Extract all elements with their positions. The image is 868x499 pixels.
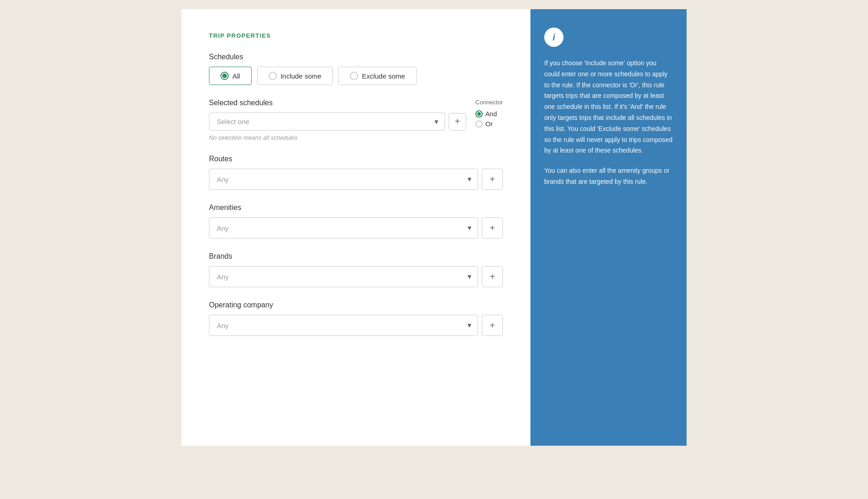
connector-option-or[interactable]: Or (475, 120, 503, 128)
add-operating-company-icon: + (490, 320, 495, 331)
schedule-option-all[interactable]: All (209, 67, 252, 85)
amenities-dropdown-wrapper: Any ▼ (209, 217, 478, 238)
selected-schedules-group: Selected schedules Select one ▼ + No sel… (209, 99, 503, 141)
info-icon: i (552, 32, 555, 43)
add-schedule-icon: + (455, 116, 460, 127)
amenities-select[interactable]: Any (209, 217, 478, 238)
connector-label: Connector (475, 99, 503, 106)
connector-or-label: Or (485, 120, 493, 128)
connector-radio-and (475, 110, 483, 118)
connector-radio-or (475, 120, 483, 128)
connector-group: Connector And Or (475, 99, 503, 128)
operating-company-label: Operating company (209, 301, 503, 309)
routes-select[interactable]: Any (209, 169, 478, 190)
amenities-label: Amenities (209, 204, 503, 212)
schedule-radio-exclude-some (350, 72, 358, 80)
routes-field-group: Routes Any ▼ + (209, 155, 503, 190)
connector-and-label: And (485, 110, 497, 118)
schedule-radio-all (220, 72, 229, 80)
schedule-option-include-some[interactable]: Include some (257, 67, 333, 85)
amenities-dropdown-row: Any ▼ + (209, 217, 503, 238)
selected-schedules-select[interactable]: Select one (209, 113, 445, 130)
brands-dropdown-row: Any ▼ + (209, 266, 503, 287)
info-text: If you choose 'Include some' option you … (544, 58, 673, 187)
section-title: TRIP PROPERTIES (209, 32, 503, 39)
selected-schedules-label: Selected schedules (209, 99, 466, 107)
routes-dropdown-row: Any ▼ + (209, 169, 503, 190)
add-amenity-icon: + (490, 223, 495, 233)
add-route-icon: + (490, 174, 495, 185)
info-paragraph-2: You can also enter all the amenity group… (544, 165, 673, 187)
main-panel: TRIP PROPERTIES Schedules All Include so… (181, 9, 530, 446)
info-panel: i If you choose 'Include some' option yo… (530, 9, 687, 446)
selected-schedules-select-row: Select one ▼ + (209, 113, 466, 130)
schedules-field-group: Schedules All Include some Exclude some (209, 53, 503, 85)
schedules-left: Selected schedules Select one ▼ + No sel… (209, 99, 466, 141)
schedules-connector-section: Selected schedules Select one ▼ + No sel… (209, 99, 503, 141)
operating-company-dropdown-row: Any ▼ + (209, 315, 503, 336)
info-paragraph-1: If you choose 'Include some' option you … (544, 58, 673, 156)
add-brand-icon: + (490, 272, 495, 282)
selected-schedules-dropdown-wrapper: Select one ▼ (209, 113, 445, 130)
brands-field-group: Brands Any ▼ + (209, 252, 503, 287)
add-operating-company-button[interactable]: + (482, 315, 503, 336)
connector-option-and[interactable]: And (475, 110, 503, 118)
operating-company-field-group: Operating company Any ▼ + (209, 301, 503, 336)
add-schedule-button[interactable]: + (449, 113, 466, 130)
schedule-exclude-some-label: Exclude some (362, 72, 405, 80)
add-brand-button[interactable]: + (482, 266, 503, 287)
routes-dropdown-wrapper: Any ▼ (209, 169, 478, 190)
schedules-radio-group: All Include some Exclude some (209, 67, 503, 85)
brands-select[interactable]: Any (209, 266, 478, 287)
page-container: TRIP PROPERTIES Schedules All Include so… (181, 9, 687, 446)
schedule-option-exclude-some[interactable]: Exclude some (338, 67, 417, 85)
schedules-label: Schedules (209, 53, 503, 61)
brands-label: Brands (209, 252, 503, 261)
schedules-helper-text: No selection means all schedules (209, 134, 466, 141)
schedule-radio-include-some (269, 72, 277, 80)
schedule-include-some-label: Include some (281, 72, 321, 80)
add-route-button[interactable]: + (482, 169, 503, 190)
operating-company-select[interactable]: Any (209, 315, 478, 336)
schedule-all-label: All (232, 72, 240, 80)
brands-dropdown-wrapper: Any ▼ (209, 266, 478, 287)
add-amenity-button[interactable]: + (482, 217, 503, 238)
info-icon-circle: i (544, 28, 564, 47)
routes-label: Routes (209, 155, 503, 163)
amenities-field-group: Amenities Any ▼ + (209, 204, 503, 238)
operating-company-dropdown-wrapper: Any ▼ (209, 315, 478, 336)
